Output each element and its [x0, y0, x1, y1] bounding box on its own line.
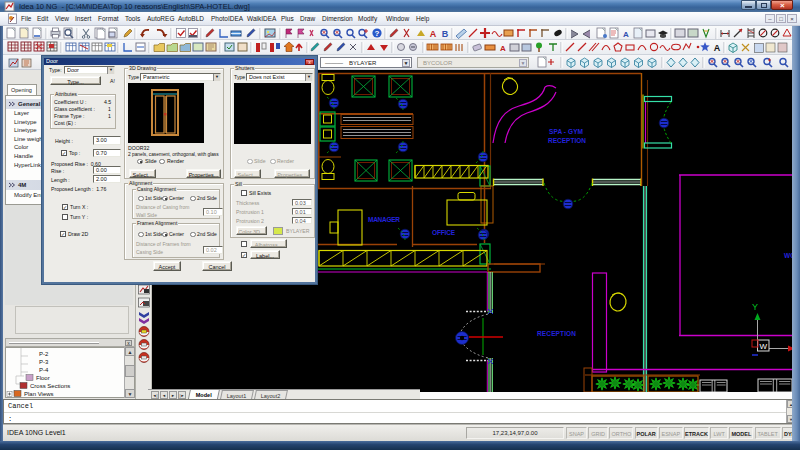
svg-text:WC: WC: [784, 252, 792, 259]
svg-text:OFFICE: OFFICE: [432, 229, 456, 236]
svg-text:P-3: P-3: [39, 359, 49, 365]
svg-text:W: W: [760, 342, 768, 351]
svg-text:P-2: P-2: [39, 351, 49, 357]
svg-text:RECEPTION: RECEPTION: [548, 137, 586, 144]
svg-text:Cross Sections: Cross Sections: [30, 383, 70, 389]
svg-text:P-4: P-4: [39, 367, 49, 373]
svg-text:Plan Views: Plan Views: [24, 391, 54, 397]
svg-text:MANAGER: MANAGER: [368, 216, 400, 223]
svg-text:RECEPTION: RECEPTION: [537, 330, 576, 337]
svg-text:Floor: Floor: [36, 375, 50, 381]
svg-text:SPA - GYM: SPA - GYM: [549, 128, 583, 135]
svg-text:Y: Y: [752, 302, 758, 312]
